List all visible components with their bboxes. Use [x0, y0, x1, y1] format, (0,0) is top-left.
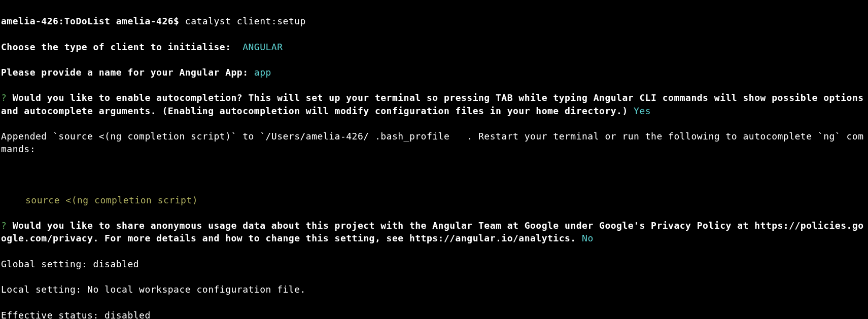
- question-autocomplete: ? Would you like to enable autocompletio…: [1, 91, 867, 117]
- question-mark-icon: ?: [1, 220, 7, 231]
- appended-message: Appended `source <(ng completion script)…: [1, 130, 867, 155]
- global-setting: Global setting: disabled: [1, 258, 867, 270]
- question-analytics: ? Would you like to share anonymous usag…: [1, 219, 867, 244]
- answer-client-type: ANGULAR: [237, 42, 283, 52]
- question-mark-icon: ?: [1, 92, 7, 103]
- answer-autocomplete: Yes: [634, 105, 651, 116]
- local-setting: Local setting: No local workspace config…: [1, 283, 867, 296]
- terminal-window[interactable]: amelia-426:ToDoList amelia-426$ catalyst…: [0, 0, 868, 319]
- source-command: source <(ng completion script): [1, 194, 867, 206]
- question-app-name: Please provide a name for your Angular A…: [1, 66, 867, 79]
- prompt-host: amelia-426:ToDoList amelia-426$: [1, 16, 179, 26]
- command-text: catalyst client:setup: [185, 16, 306, 26]
- answer-app-name: app: [254, 67, 271, 78]
- prompt-line: amelia-426:ToDoList amelia-426$ catalyst…: [1, 15, 867, 27]
- answer-analytics: No: [582, 233, 594, 243]
- effective-status: Effective status: disabled: [1, 309, 867, 320]
- question-client-type: Choose the type of client to initialise:…: [1, 41, 867, 53]
